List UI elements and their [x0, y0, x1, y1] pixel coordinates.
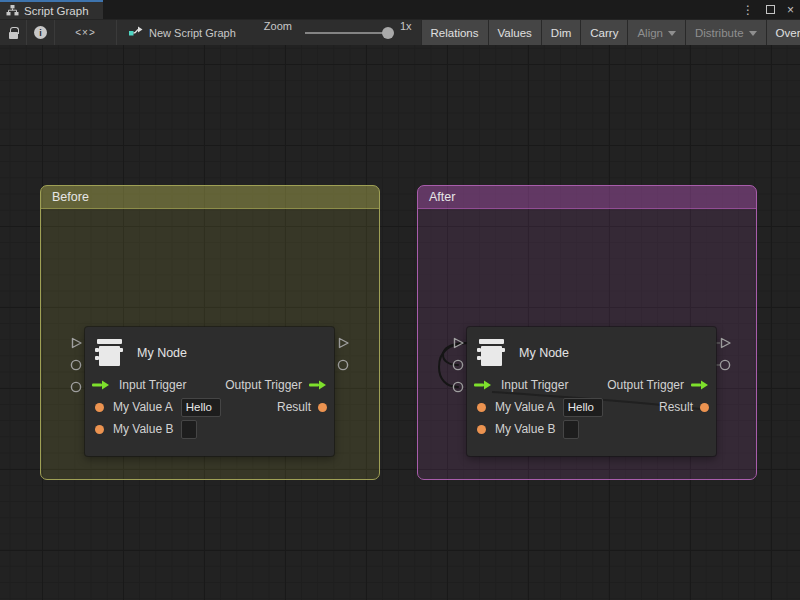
dim-button[interactable]: Dim	[541, 20, 580, 45]
value-a-port-icon[interactable]	[95, 403, 104, 412]
input-trigger-port-icon[interactable]	[92, 380, 110, 390]
group-before-title: Before	[52, 190, 89, 204]
close-icon[interactable]: ×	[787, 4, 794, 16]
output-trigger-label: Output Trigger	[607, 378, 684, 392]
align-button[interactable]: Align	[627, 20, 685, 45]
zoom-value: 1x	[400, 20, 412, 45]
zoom-slider-handle[interactable]	[382, 27, 394, 39]
code-icon: <×>	[75, 27, 96, 38]
info-icon: i	[34, 26, 47, 39]
node-title: My Node	[519, 346, 569, 360]
node-rows: Input Trigger Output Trigger My Value A …	[85, 374, 334, 440]
chevron-down-icon	[749, 31, 757, 36]
window-controls: ⋮ ×	[742, 0, 794, 19]
value-b-input[interactable]	[563, 420, 579, 439]
unit-icon	[476, 339, 506, 366]
value-b-input[interactable]	[181, 420, 197, 439]
new-script-graph-button[interactable]: New Script Graph	[129, 20, 236, 45]
values-button[interactable]: Values	[488, 20, 541, 45]
zoom-label: Zoom	[264, 20, 292, 45]
tab-label: Script Graph	[24, 5, 89, 17]
external-value-port[interactable]	[69, 380, 83, 394]
input-trigger-label: Input Trigger	[501, 378, 568, 392]
output-trigger-port-icon[interactable]	[309, 380, 327, 390]
external-trigger-port[interactable]	[718, 336, 732, 350]
graph-hierarchy-icon	[6, 5, 19, 16]
graph-canvas[interactable]: Before After	[0, 45, 800, 600]
relations-label: Relations	[431, 27, 479, 39]
result-port-icon[interactable]	[318, 403, 327, 412]
port-row: Input Trigger Output Trigger	[467, 374, 716, 396]
result-port-icon[interactable]	[700, 403, 709, 412]
tab-script-graph[interactable]: Script Graph	[0, 0, 103, 19]
result-label: Result	[659, 400, 693, 414]
value-b-port-icon[interactable]	[477, 425, 486, 434]
maximize-icon[interactable]	[766, 5, 775, 14]
new-script-graph-label: New Script Graph	[149, 27, 236, 39]
code-view-button[interactable]: <×>	[55, 20, 117, 45]
value-b-port-icon[interactable]	[95, 425, 104, 434]
node-rows: Input Trigger Output Trigger My Value A …	[467, 374, 716, 440]
chevron-down-icon	[668, 31, 676, 36]
result-label: Result	[277, 400, 311, 414]
value-b-label: My Value B	[495, 422, 555, 436]
external-value-port[interactable]	[451, 358, 465, 372]
lock-icon	[9, 32, 18, 39]
overview-label: Overview	[776, 27, 800, 39]
value-a-input[interactable]	[563, 398, 603, 417]
external-trigger-port[interactable]	[69, 336, 83, 350]
unit-icon	[94, 339, 124, 366]
toolbar-buttons: Relations Values Dim Carry Align Distrib…	[421, 20, 800, 45]
output-trigger-port-icon[interactable]	[691, 380, 709, 390]
value-a-port-icon[interactable]	[477, 403, 486, 412]
node-title: My Node	[137, 346, 187, 360]
port-row: My Value A Result	[85, 396, 334, 418]
zoom-slider[interactable]	[305, 32, 390, 34]
output-trigger-label: Output Trigger	[225, 378, 302, 392]
tab-bar: Script Graph ⋮ ×	[0, 0, 800, 19]
carry-button[interactable]: Carry	[580, 20, 627, 45]
port-row: Input Trigger Output Trigger	[85, 374, 334, 396]
node-my-node[interactable]: My Node Input Trigger Output Trigger	[85, 327, 334, 456]
port-row: My Value B	[467, 418, 716, 440]
distribute-label: Distribute	[695, 27, 744, 39]
value-a-label: My Value A	[495, 400, 555, 414]
value-b-label: My Value B	[113, 422, 173, 436]
value-a-label: My Value A	[113, 400, 173, 414]
value-a-input[interactable]	[181, 398, 221, 417]
info-button[interactable]: i	[27, 20, 55, 45]
graph-edit-icon	[129, 26, 143, 39]
port-row: My Value B	[85, 418, 334, 440]
script-graph-window: Script Graph ⋮ × i <×> New Script Graph …	[0, 0, 800, 600]
external-trigger-port[interactable]	[336, 336, 350, 350]
relations-button[interactable]: Relations	[421, 20, 488, 45]
distribute-button[interactable]: Distribute	[685, 20, 766, 45]
node-my-node[interactable]: My Node Input Trigger Output Trigger	[467, 327, 716, 456]
external-value-port[interactable]	[69, 358, 83, 372]
group-after-title: After	[429, 190, 455, 204]
port-row: My Value A Result	[467, 396, 716, 418]
more-options-icon[interactable]: ⋮	[742, 4, 754, 16]
node-header: My Node	[467, 327, 716, 374]
external-value-port[interactable]	[451, 380, 465, 394]
input-trigger-label: Input Trigger	[119, 378, 186, 392]
lock-button[interactable]	[0, 20, 27, 45]
group-after-header[interactable]: After	[418, 186, 756, 209]
external-value-port[interactable]	[718, 358, 732, 372]
node-header: My Node	[85, 327, 334, 374]
values-label: Values	[498, 27, 532, 39]
group-before-header[interactable]: Before	[41, 186, 379, 209]
graph-toolbar: i <×> New Script Graph Zoom 1x Relations…	[0, 19, 800, 45]
carry-label: Carry	[590, 27, 618, 39]
external-trigger-port[interactable]	[451, 336, 465, 350]
input-trigger-port-icon[interactable]	[474, 380, 492, 390]
align-label: Align	[637, 27, 663, 39]
external-value-port[interactable]	[336, 358, 350, 372]
dim-label: Dim	[551, 27, 571, 39]
overview-button[interactable]: Overview	[766, 20, 800, 45]
